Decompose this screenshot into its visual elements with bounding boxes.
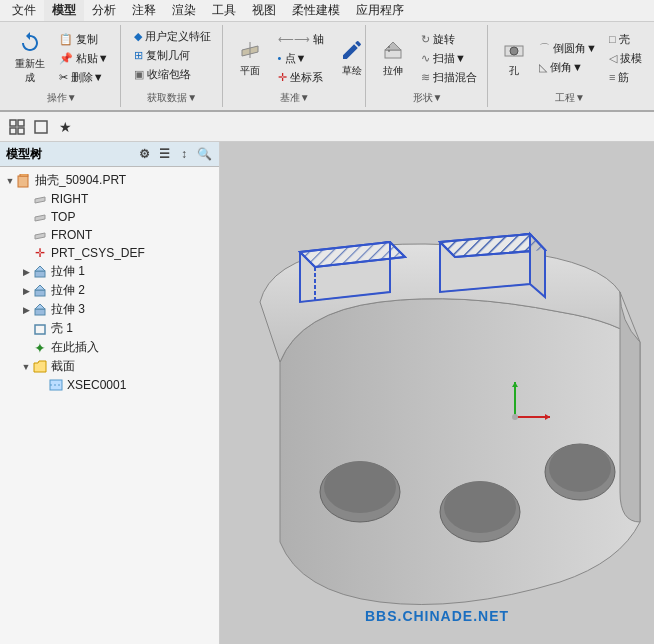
btn-plane[interactable]: 平面: [231, 31, 269, 85]
menu-tools[interactable]: 工具: [204, 0, 244, 21]
tree-settings-btn[interactable]: ⚙: [135, 145, 153, 163]
menu-view[interactable]: 视图: [244, 0, 284, 21]
tree-item-insert[interactable]: ▶ ✦ 在此插入: [0, 338, 219, 357]
tree-item-xsec[interactable]: ▶ XSEC0001: [0, 376, 219, 394]
btn-sweep[interactable]: ∿ 扫描▼: [416, 49, 482, 67]
tree-item-section[interactable]: ▼ 截面: [0, 357, 219, 376]
tree-label-extrude2: 拉伸 2: [51, 282, 85, 299]
tree-icon-shell1: [32, 321, 48, 337]
tree-icon-prt: [16, 173, 32, 189]
btn-rib-label: 筋: [618, 70, 629, 85]
btn-draft[interactable]: ◁ 拔模: [604, 49, 647, 67]
tree-icon-insert: ✦: [32, 340, 48, 356]
plane-icon: [238, 38, 262, 62]
tree-item-front[interactable]: ▶ FRONT: [0, 226, 219, 244]
menu-file[interactable]: 文件: [4, 0, 44, 21]
svg-point-42: [512, 414, 518, 420]
btn-rib[interactable]: ≡ 筋: [604, 68, 647, 86]
btn-sweep-blend[interactable]: ≋ 扫描混合: [416, 68, 482, 86]
btn-sweep-label: 扫描▼: [433, 51, 466, 66]
btn-shrinkwrap[interactable]: ▣ 收缩包络: [129, 65, 196, 83]
menu-flexible-modeling[interactable]: 柔性建模: [284, 0, 348, 21]
model-tree-content: ▼ 抽壳_50904.PRT ▶ RIGHT ▶: [0, 167, 219, 644]
btn-hole[interactable]: 孔: [496, 31, 532, 85]
svg-rect-21: [35, 309, 45, 315]
btn-shrinkwrap-label: 收缩包络: [147, 67, 191, 82]
btn-shell[interactable]: □ 壳: [604, 30, 647, 48]
btn-csys[interactable]: ✛ 坐标系: [273, 68, 329, 86]
btn-point-label: 点▼: [285, 51, 307, 66]
btn-regenerate[interactable]: 重新生成: [10, 31, 51, 85]
svg-rect-12: [18, 176, 28, 187]
menu-applications[interactable]: 应用程序: [348, 0, 412, 21]
menu-annotation[interactable]: 注释: [124, 0, 164, 21]
tree-item-shell1[interactable]: ▶ 壳 1: [0, 319, 219, 338]
btn-shell-label: 壳: [619, 32, 630, 47]
tree-arrow-extrude1[interactable]: ▶: [20, 266, 32, 278]
btn-user-feature[interactable]: ◆ 用户定义特征: [129, 27, 216, 45]
tree-label-insert: 在此插入: [51, 339, 99, 356]
tree-item-top[interactable]: ▶ TOP: [0, 208, 219, 226]
menu-render[interactable]: 渲染: [164, 0, 204, 21]
svg-rect-8: [18, 120, 24, 126]
tree-arrow-extrude3[interactable]: ▶: [20, 304, 32, 316]
btn-plane-label: 平面: [240, 64, 260, 78]
btn-axis[interactable]: ⟵⟶ 轴: [273, 30, 329, 48]
toolbar-btn-star[interactable]: ★: [54, 116, 76, 138]
btn-copy[interactable]: 📋 复制: [54, 30, 114, 48]
tree-item-right[interactable]: ▶ RIGHT: [0, 190, 219, 208]
tree-icon-plane-right: [32, 191, 48, 207]
tree-arrow-root[interactable]: ▼: [4, 175, 16, 187]
menu-model[interactable]: 模型: [44, 0, 84, 21]
btn-draft-label: 拔模: [620, 51, 642, 66]
btn-sweep-blend-label: 扫描混合: [433, 70, 477, 85]
tree-list-btn[interactable]: ☰: [155, 145, 173, 163]
canvas-area[interactable]: BBS.CHINADE.NET: [220, 142, 654, 644]
group-operations-label: 操作▼: [10, 89, 114, 105]
svg-rect-11: [35, 121, 47, 133]
svg-rect-23: [35, 325, 45, 334]
tree-search-btn[interactable]: 🔍: [195, 145, 213, 163]
svg-rect-13: [20, 174, 28, 176]
ribbon: 重新生成 📋 复制 📌 粘贴▼ ✂ 删除▼ 操作▼: [0, 22, 654, 112]
tree-label-csys: PRT_CSYS_DEF: [51, 246, 145, 260]
btn-copy-geo[interactable]: ⊞ 复制几何: [129, 46, 195, 64]
btn-chamfer[interactable]: ◺ 倒角▼: [534, 59, 602, 77]
sketch-icon: [340, 38, 364, 62]
ribbon-group-engineering: 孔 ⌒ 倒圆角▼ ◺ 倒角▼ □ 壳 ◁ 拔模 ≡ 筋 工程▼: [490, 25, 650, 107]
tree-arrow-extrude2[interactable]: ▶: [20, 285, 32, 297]
btn-point[interactable]: • 点▼: [273, 49, 329, 67]
tree-sort-btn[interactable]: ↕: [175, 145, 193, 163]
svg-marker-15: [35, 215, 45, 221]
tree-item-root[interactable]: ▼ 抽壳_50904.PRT: [0, 171, 219, 190]
toolbar-btn-box[interactable]: [30, 116, 52, 138]
btn-extrude-label: 拉伸: [383, 64, 403, 78]
btn-sketch[interactable]: 草绘: [333, 31, 371, 85]
tree-icon-section: [32, 359, 48, 375]
btn-hole-label: 孔: [509, 64, 519, 78]
extrude-icon: [381, 38, 405, 62]
tree-item-extrude1[interactable]: ▶ 拉伸 1: [0, 262, 219, 281]
tree-icon-plane-top: [32, 209, 48, 225]
svg-marker-22: [35, 304, 45, 309]
tree-icon-csys: ✛: [32, 245, 48, 261]
svg-rect-9: [10, 128, 16, 134]
toolbar-row: ★: [0, 112, 654, 142]
tree-arrow-section[interactable]: ▼: [20, 361, 32, 373]
tree-item-csys[interactable]: ▶ ✛ PRT_CSYS_DEF: [0, 244, 219, 262]
tree-label-root: 抽壳_50904.PRT: [35, 172, 126, 189]
toolbar-btn-grid[interactable]: [6, 116, 28, 138]
btn-fillet[interactable]: ⌒ 倒圆角▼: [534, 40, 602, 58]
group-engineering-label: 工程▼: [496, 89, 644, 105]
btn-extrude[interactable]: 拉伸: [374, 31, 412, 85]
btn-delete[interactable]: ✂ 删除▼: [54, 68, 114, 86]
tree-header-icons: ⚙ ☰ ↕ 🔍: [135, 145, 213, 163]
ribbon-group-datum: 平面 ⟵⟶ 轴 • 点▼ ✛ 坐标系 草绘 基准▼: [225, 25, 366, 107]
menu-analysis[interactable]: 分析: [84, 0, 124, 21]
btn-paste[interactable]: 📌 粘贴▼: [54, 49, 114, 67]
btn-revolve[interactable]: ↻ 旋转: [416, 30, 482, 48]
tree-item-extrude3[interactable]: ▶ 拉伸 3: [0, 300, 219, 319]
svg-rect-10: [18, 128, 24, 134]
tree-icon-extrude1: [32, 264, 48, 280]
tree-item-extrude2[interactable]: ▶ 拉伸 2: [0, 281, 219, 300]
